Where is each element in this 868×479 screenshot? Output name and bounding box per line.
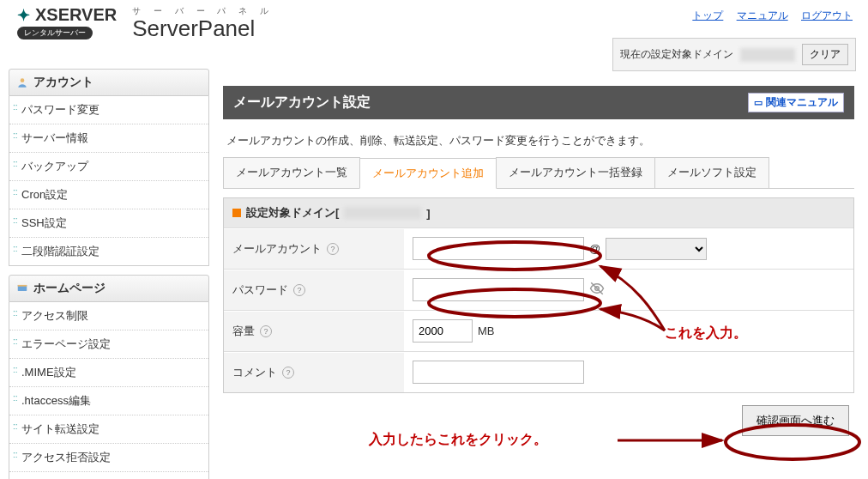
nav-top[interactable]: トップ <box>692 9 723 21</box>
form-head-prefix: 設定対象ドメイン[ <box>246 205 339 221</box>
form-head-bullet-icon <box>232 209 241 217</box>
help-icon[interactable]: ? <box>327 243 339 255</box>
svg-rect-2 <box>18 285 27 287</box>
mail-account-input[interactable] <box>413 237 584 260</box>
xserver-logo-icon: ✦ <box>17 6 30 25</box>
capacity-unit: MB <box>478 324 495 337</box>
capacity-input[interactable] <box>413 319 473 343</box>
sidebar-item-cgi[interactable]: CGIツール <box>9 471 208 479</box>
nav-manual[interactable]: マニュアル <box>737 9 788 21</box>
help-icon[interactable]: ? <box>282 367 294 379</box>
label-capacity: 容量 <box>232 324 255 339</box>
homepage-section-icon <box>16 282 28 294</box>
page-lead: メールアカウントの作成、削除、転送設定、パスワード変更を行うことができます。 <box>223 119 854 157</box>
comment-input[interactable] <box>413 361 584 384</box>
sidebar-section-account: アカウント <box>33 75 93 90</box>
sidebar-item-2fa[interactable]: 二段階認証設定 <box>9 237 208 265</box>
sidebar-item-error-page[interactable]: エラーページ設定 <box>9 330 208 358</box>
help-icon[interactable]: ? <box>293 284 305 296</box>
sidebar-item-mime[interactable]: .MIME設定 <box>9 358 208 386</box>
related-manual-button[interactable]: 関連マニュアル <box>748 93 844 112</box>
sidebar-item-cron[interactable]: Cron設定 <box>9 180 208 209</box>
password-input[interactable] <box>413 278 584 301</box>
page-title: メールアカウント設定 <box>233 94 371 112</box>
sidebar-item-access-limit[interactable]: アクセス制限 <box>9 302 208 330</box>
help-icon[interactable]: ? <box>260 325 272 337</box>
sidebar-section-homepage: ホームページ <box>33 281 105 296</box>
sidebar-item-ssh[interactable]: SSH設定 <box>9 209 208 237</box>
account-section-icon <box>16 76 28 88</box>
nav-logout[interactable]: ログアウト <box>801 9 853 21</box>
toggle-visibility-icon[interactable] <box>589 281 605 299</box>
sidebar-item-htaccess[interactable]: .htaccess編集 <box>9 386 208 415</box>
sidebar-item-deny[interactable]: アクセス拒否設定 <box>9 443 208 471</box>
sidebar-item-backup[interactable]: バックアップ <box>9 152 208 180</box>
sidebar-item-serverinfo[interactable]: サーバー情報 <box>9 124 208 152</box>
svg-point-0 <box>21 78 25 82</box>
current-domain-label: 現在の設定対象ドメイン <box>620 47 733 62</box>
current-domain-value <box>740 48 795 62</box>
clear-button[interactable]: クリア <box>802 44 848 65</box>
label-mail-account: メールアカウント <box>232 241 322 257</box>
form-head-domain <box>344 207 421 219</box>
sidebar-item-password[interactable]: パスワード変更 <box>9 96 208 124</box>
tab-mail-soft[interactable]: メールソフト設定 <box>654 157 769 188</box>
confirm-button[interactable]: 確認画面へ進む <box>742 405 849 436</box>
tab-mail-bulk[interactable]: メールアカウント一括登録 <box>496 157 655 188</box>
label-comment: コメント <box>232 365 277 380</box>
brand-name: XSERVER <box>35 5 117 25</box>
brand-subtitle: レンタルサーバー <box>17 27 93 39</box>
form-head-suffix: ] <box>426 207 430 220</box>
tab-mail-add[interactable]: メールアカウント追加 <box>359 158 497 189</box>
panel-title: ServerPanel <box>132 15 274 42</box>
domain-select[interactable] <box>606 238 707 260</box>
label-password: パスワード <box>232 282 288 298</box>
tab-mail-list[interactable]: メールアカウント一覧 <box>223 157 360 188</box>
sidebar-item-redirect[interactable]: サイト転送設定 <box>9 415 208 443</box>
at-symbol: @ <box>589 242 600 255</box>
